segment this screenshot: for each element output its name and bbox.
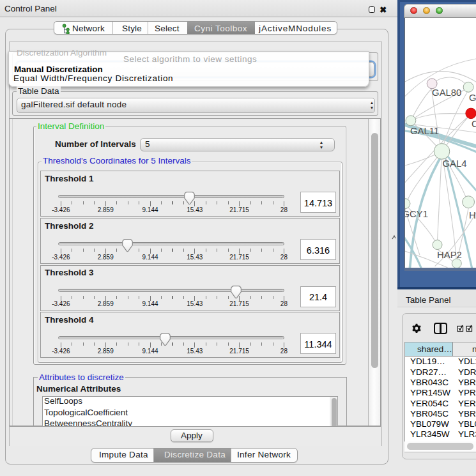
- svg-text:GAL4: GAL4: [442, 158, 466, 168]
- svg-text:HA: HA: [469, 210, 476, 220]
- svg-text:C: C: [472, 119, 476, 129]
- svg-text:GA: GA: [469, 93, 476, 103]
- svg-text:GCY1: GCY1: [404, 209, 428, 219]
- svg-text:GAL11: GAL11: [410, 126, 439, 136]
- svg-text:HAP2: HAP2: [437, 249, 462, 259]
- svg-text:GAL80: GAL80: [432, 88, 461, 98]
